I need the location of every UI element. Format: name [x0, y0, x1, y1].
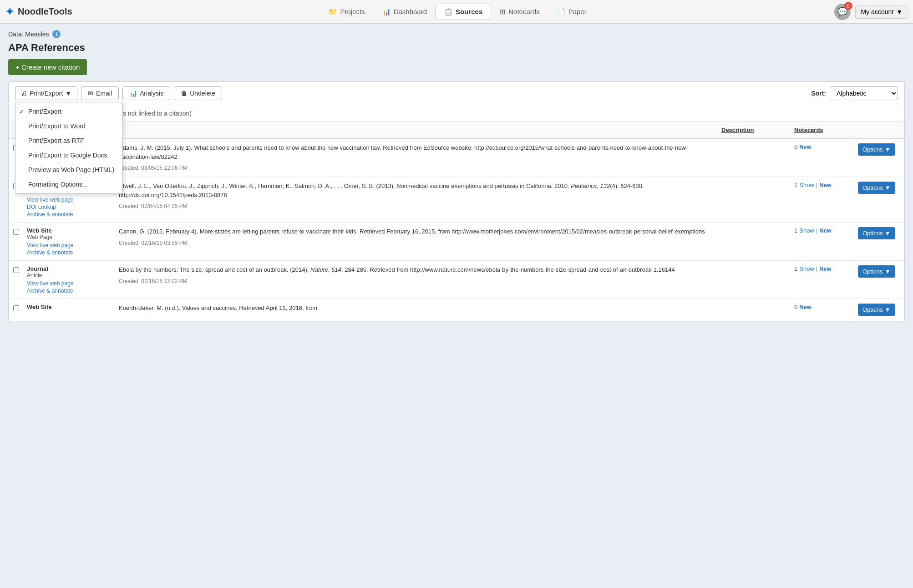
col-notecards: Notecards [791, 125, 854, 135]
source-subtype-3: Web Page [27, 234, 111, 240]
chevron-down-icon: ▼ [885, 230, 891, 237]
sort-area: Sort: Alphabetic Date created Source typ… [811, 86, 898, 100]
info-icon[interactable]: i [52, 30, 61, 38]
table-row: Web Site Web Page View live web page Arc… [9, 139, 904, 177]
notecard-show-4[interactable]: Show [799, 265, 814, 272]
citation-date-1: Created: 08/05/15 12:06 PM [119, 164, 713, 172]
checkbox-4[interactable] [13, 267, 19, 273]
menu-item-print-export-rtf[interactable]: Print/Export as RTF [15, 133, 122, 148]
row-checkbox-4 [9, 265, 23, 273]
notecards-3: 1 Show | New [791, 227, 854, 234]
nav-item-projects[interactable]: 📁 Projects [320, 4, 373, 20]
options-cell-1: Options ▼ [854, 143, 904, 156]
email-button[interactable]: ✉ Email [81, 86, 119, 100]
sources-icon: 📋 [444, 8, 453, 16]
breadcrumb-text: Data: Measles [8, 30, 49, 38]
logo-icon: ✦ [5, 4, 15, 19]
options-button-5[interactable]: Options ▼ [858, 304, 895, 316]
account-label: My account [861, 8, 894, 15]
checkbox-3[interactable] [13, 229, 19, 235]
source-type-5: Web Site [23, 304, 114, 310]
print-icon: 🖨 [21, 90, 27, 97]
notecards-icon: ⊞ [500, 8, 506, 16]
col-description: Description [718, 125, 791, 135]
trash-icon: 🗑 [181, 90, 187, 97]
citation-date-2: Created: 02/04/15 04:35 PM [119, 202, 713, 210]
column-headers: Description Notecards [9, 122, 904, 139]
checkbox-5[interactable] [13, 305, 19, 311]
notecard-new-1[interactable]: New [799, 143, 812, 150]
logo[interactable]: ✦ NoodleTools [5, 4, 72, 19]
paper-icon: 📄 [557, 8, 566, 16]
menu-item-formatting-options[interactable]: Formatting Options... [15, 177, 122, 192]
undelete-button[interactable]: 🗑 Undelete [174, 86, 222, 100]
notecard-show-3[interactable]: Show [799, 227, 814, 234]
thought-cards-row: | Show/hide thought cards (notecards not… [9, 105, 904, 122]
notecard-count-2: 1 [794, 182, 797, 188]
col-options [854, 125, 904, 135]
notecard-new-4[interactable]: New [819, 265, 832, 272]
source-links-3: View live web page Archive & annotate [27, 242, 111, 256]
archive-annotate-link-4[interactable]: Archive & annotate [27, 288, 111, 294]
menu-item-print-export-word[interactable]: Print/Export to Word [15, 119, 122, 133]
citation-text-5: Koerth-Baker, M. (n.d.). Values and vacc… [114, 304, 718, 313]
nav-items: 📁 Projects 📊 Dashboard 📋 Sources ⊞ Notec… [81, 4, 834, 20]
nav-item-sources[interactable]: 📋 Sources [436, 4, 491, 20]
source-subtype-4: Article [27, 272, 111, 279]
archive-annotate-link-2[interactable]: Archive & annotate [27, 211, 111, 218]
doi-lookup-link-2[interactable]: DOI Lookup [27, 204, 111, 210]
nav-item-paper[interactable]: 📄 Paper [548, 4, 595, 20]
citation-date-3: Created: 02/16/15 03:59 PM [119, 239, 713, 247]
chevron-down-icon: ▼ [885, 306, 891, 313]
nav-item-dashboard[interactable]: 📊 Dashboard [374, 4, 436, 20]
nav-item-notecards[interactable]: ⊞ Notecards [491, 4, 548, 20]
source-type-label-3: Web Site [27, 227, 111, 234]
chat-button[interactable]: 💬 0 [834, 4, 851, 20]
options-button-4[interactable]: Options ▼ [858, 265, 895, 278]
sort-label: Sort: [811, 90, 826, 97]
analysis-icon: 📊 [129, 90, 137, 97]
notecard-new-5[interactable]: New [799, 304, 812, 310]
notecard-count-5: 0 [794, 304, 797, 310]
chevron-down-icon: ▼ [885, 146, 891, 153]
chevron-down-icon: ▼ [885, 184, 891, 191]
notecard-count-3: 1 [794, 227, 797, 234]
print-export-dropdown[interactable]: 🖨 Print/Export ▼ [15, 86, 77, 100]
options-button-2[interactable]: Options ▼ [858, 182, 895, 194]
chat-badge: 0 [844, 2, 852, 10]
notecard-count-4: 1 [794, 265, 797, 272]
menu-item-print-export-google-docs[interactable]: Print/Export to Google Docs [15, 148, 122, 162]
source-type-4: Journal Article View live web page Archi… [23, 265, 114, 294]
archive-annotate-link-3[interactable]: Archive & annotate [27, 249, 111, 256]
content-area: Data: Measles i APA References + Create … [0, 24, 913, 322]
source-type-label-5: Web Site [27, 304, 111, 310]
nav-right: 💬 0 My account ▼ [834, 4, 908, 20]
menu-item-preview-web[interactable]: Preview as Web Page (HTML) [15, 162, 122, 177]
view-live-link-3[interactable]: View live web page [27, 242, 111, 248]
table-row: Journal Article View live web page DOI L… [9, 177, 904, 223]
account-button[interactable]: My account ▼ [855, 5, 908, 19]
notecard-show-2[interactable]: Show [799, 182, 814, 188]
citation-text-2: Atwell, J. E., Van Otterloo, J., Zippric… [114, 182, 718, 210]
chevron-down-icon: ▼ [896, 8, 903, 15]
menu-item-print-export[interactable]: Print/Export [15, 104, 122, 119]
table-row: Web Site Koerth-Baker, M. (n.d.). Values… [9, 299, 904, 322]
sort-select[interactable]: Alphabetic Date created Source type Cust… [830, 86, 898, 100]
options-button-3[interactable]: Options ▼ [858, 227, 895, 239]
options-button-1[interactable]: Options ▼ [858, 143, 895, 156]
citation-text-4: Ebola by the numbers: The size, spread a… [114, 265, 718, 285]
view-live-link-4[interactable]: View live web page [27, 280, 111, 287]
notecards-4: 1 Show | New [791, 265, 854, 272]
source-links-2: View live web page DOI Lookup Archive & … [27, 197, 111, 218]
options-cell-5: Options ▼ [854, 304, 904, 316]
folder-icon: 📁 [329, 8, 337, 16]
view-live-link-2[interactable]: View live web page [27, 197, 111, 203]
analysis-button[interactable]: 📊 Analysis [122, 86, 170, 100]
create-citation-button[interactable]: + Create new citation [8, 59, 87, 75]
notecard-new-2[interactable]: New [819, 182, 832, 188]
notecard-new-3[interactable]: New [819, 227, 832, 234]
citation-text-1: Adams, J. M. (2015, July 1). What school… [114, 143, 718, 172]
table-row: Web Site Web Page View live web page Arc… [9, 223, 904, 261]
notecard-count-1: 0 [794, 143, 797, 150]
toolbar: 🖨 Print/Export ▼ Print/Export Print/Expo… [9, 82, 904, 105]
